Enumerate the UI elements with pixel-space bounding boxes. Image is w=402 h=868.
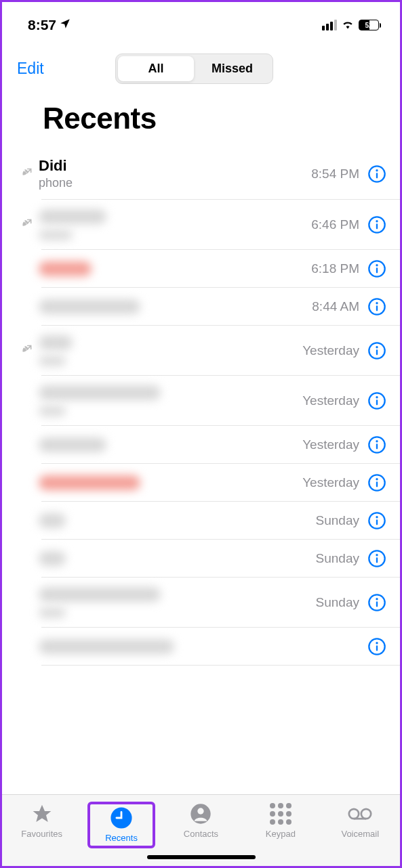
info-icon[interactable] bbox=[367, 341, 386, 360]
call-row[interactable]: Yesterday bbox=[2, 326, 400, 376]
svg-rect-5 bbox=[376, 223, 378, 229]
outgoing-call-icon bbox=[14, 557, 39, 560]
status-right: 52 bbox=[322, 18, 381, 32]
svg-rect-35 bbox=[376, 645, 378, 651]
svg-rect-32 bbox=[376, 601, 378, 607]
svg-point-7 bbox=[376, 264, 378, 266]
svg-point-39 bbox=[349, 809, 359, 819]
tab-keypad[interactable]: Keypad bbox=[247, 802, 315, 839]
status-bar: 8:57 52 bbox=[2, 2, 400, 39]
call-name-col bbox=[39, 551, 316, 566]
outgoing-call-icon bbox=[14, 481, 39, 484]
svg-rect-11 bbox=[376, 305, 378, 311]
svg-point-38 bbox=[198, 808, 204, 814]
home-indicator[interactable] bbox=[147, 855, 256, 859]
info-icon[interactable] bbox=[367, 637, 386, 656]
status-left: 8:57 bbox=[28, 17, 71, 33]
star-icon bbox=[30, 802, 54, 826]
tab-recents[interactable]: Recents bbox=[87, 802, 155, 848]
call-name-col bbox=[39, 385, 302, 416]
person-icon bbox=[188, 802, 213, 826]
voicemail-icon bbox=[348, 802, 372, 826]
svg-rect-26 bbox=[376, 519, 378, 525]
wifi-icon bbox=[341, 18, 355, 32]
svg-point-10 bbox=[376, 302, 378, 304]
call-time: 8:44 AM bbox=[312, 299, 359, 314]
svg-point-19 bbox=[376, 440, 378, 442]
call-time: 6:18 PM bbox=[311, 261, 359, 276]
call-row[interactable]: 6:46 PM bbox=[2, 200, 400, 250]
svg-rect-17 bbox=[376, 399, 378, 405]
call-time: 8:54 PM bbox=[311, 167, 359, 181]
info-icon[interactable] bbox=[367, 511, 386, 530]
call-time: Yesterday bbox=[302, 343, 359, 358]
outgoing-call-icon bbox=[14, 645, 39, 648]
outgoing-call-icon bbox=[14, 215, 39, 234]
call-row[interactable]: Yesterday bbox=[2, 464, 400, 502]
outgoing-call-icon bbox=[14, 443, 39, 446]
tab-label: Contacts bbox=[184, 829, 218, 839]
segment-missed[interactable]: Missed bbox=[194, 56, 270, 81]
call-time: 6:46 PM bbox=[311, 217, 359, 232]
svg-point-40 bbox=[361, 809, 371, 819]
svg-point-34 bbox=[376, 642, 378, 644]
tab-label: Keypad bbox=[266, 829, 296, 839]
outgoing-call-icon bbox=[14, 601, 39, 604]
info-icon[interactable] bbox=[367, 435, 386, 454]
call-name-col bbox=[39, 639, 359, 654]
call-row[interactable]: 8:44 AM bbox=[2, 288, 400, 326]
signal-icon bbox=[322, 20, 337, 30]
tab-contacts[interactable]: Contacts bbox=[167, 802, 235, 839]
call-time: Sunday bbox=[316, 551, 359, 566]
svg-rect-23 bbox=[376, 481, 378, 487]
tab-voicemail[interactable]: Voicemail bbox=[326, 802, 394, 839]
outgoing-call-icon bbox=[14, 267, 39, 270]
info-icon[interactable] bbox=[367, 473, 386, 492]
info-icon[interactable] bbox=[367, 593, 386, 612]
call-row[interactable]: Sunday bbox=[2, 540, 400, 578]
svg-rect-8 bbox=[376, 267, 378, 273]
info-icon[interactable] bbox=[367, 391, 386, 410]
clock-icon bbox=[109, 806, 134, 830]
svg-point-25 bbox=[376, 516, 378, 518]
outgoing-call-icon bbox=[14, 399, 39, 402]
svg-rect-14 bbox=[376, 349, 378, 355]
call-row[interactable]: 6:18 PM bbox=[2, 250, 400, 288]
battery-icon: 52 bbox=[359, 20, 381, 30]
call-name-col bbox=[39, 299, 312, 314]
call-name-col bbox=[39, 513, 316, 528]
svg-point-16 bbox=[376, 396, 378, 398]
call-row[interactable]: Sunday bbox=[2, 578, 400, 628]
call-row[interactable]: Yesterday bbox=[2, 376, 400, 426]
call-name-col bbox=[39, 587, 316, 618]
info-icon[interactable] bbox=[367, 259, 386, 278]
call-name: Didi bbox=[39, 157, 311, 175]
segment-all[interactable]: All bbox=[118, 56, 195, 81]
call-name-col: Didiphone bbox=[39, 157, 311, 190]
call-row[interactable] bbox=[2, 628, 400, 666]
edit-button[interactable]: Edit bbox=[17, 60, 44, 78]
call-time: Yesterday bbox=[302, 475, 359, 490]
svg-rect-20 bbox=[376, 443, 378, 449]
outgoing-call-icon bbox=[14, 305, 39, 308]
outgoing-call-icon bbox=[14, 519, 39, 522]
svg-rect-2 bbox=[376, 173, 378, 178]
info-icon[interactable] bbox=[367, 215, 386, 234]
tab-label: Voicemail bbox=[341, 829, 379, 839]
filter-segment: All Missed bbox=[115, 53, 273, 84]
tab-favourites[interactable]: Favourites bbox=[8, 802, 76, 839]
outgoing-call-icon bbox=[14, 341, 39, 360]
call-row[interactable]: Didiphone8:54 PM bbox=[2, 148, 400, 200]
call-row[interactable]: Yesterday bbox=[2, 426, 400, 464]
call-name-col bbox=[39, 475, 302, 490]
status-time: 8:57 bbox=[28, 17, 56, 33]
outgoing-call-icon bbox=[14, 165, 39, 183]
tab-label: Recents bbox=[105, 833, 138, 843]
keypad-icon bbox=[268, 802, 293, 826]
info-icon[interactable] bbox=[367, 165, 386, 183]
info-icon[interactable] bbox=[367, 297, 386, 316]
call-row[interactable]: Sunday bbox=[2, 502, 400, 540]
location-icon bbox=[59, 18, 71, 33]
call-list[interactable]: Didiphone8:54 PM6:46 PM6:18 PM8:44 AMYes… bbox=[2, 148, 400, 666]
info-icon[interactable] bbox=[367, 549, 386, 568]
